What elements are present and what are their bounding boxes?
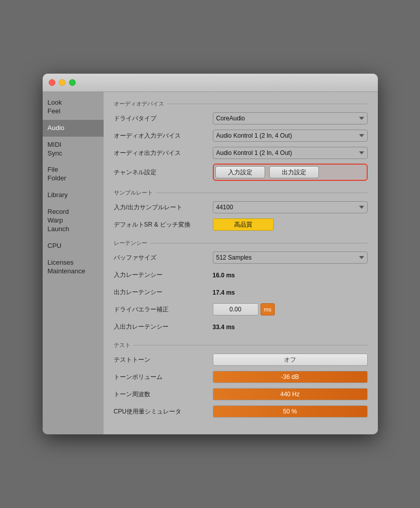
- control-test-1: -36 dB: [213, 371, 368, 383]
- label-audio_device-1: オーディオ入力デバイス: [114, 132, 213, 140]
- label-test-1: トーンボリューム: [114, 373, 213, 382]
- minimize-button[interactable]: [59, 79, 66, 86]
- row-latency-4: 入出力レーテンシー33.4 ms: [114, 320, 368, 333]
- sidebar-item-audio[interactable]: Audio: [43, 120, 104, 137]
- titlebar: [43, 74, 378, 92]
- section-header-sample_rate: サンプルレート: [114, 189, 368, 197]
- close-button[interactable]: [49, 79, 55, 86]
- ms-badge: ms: [261, 303, 275, 315]
- control-audio_device-0: CoreAudioASIO: [213, 112, 368, 124]
- sidebar-item-library[interactable]: Library: [43, 187, 104, 204]
- label-latency-2: 出力レーテンシー: [114, 288, 213, 297]
- control-latency-2: 17.4 ms: [213, 288, 368, 297]
- row-test-0: テストトーンオフ: [114, 353, 368, 366]
- driver-error-input[interactable]: [213, 303, 259, 315]
- sidebar: Look FeelAudioMIDI SyncFile FolderLibrar…: [43, 92, 104, 434]
- sidebar-item-look-feel[interactable]: Look Feel: [43, 94, 104, 120]
- select-audio_device-1[interactable]: Audio Kontrol 1 (2 In, 4 Out): [213, 130, 368, 142]
- label-test-2: トーン周波数: [114, 390, 213, 399]
- control-audio_device-1: Audio Kontrol 1 (2 In, 4 Out): [213, 130, 368, 142]
- output-settings-button[interactable]: 出力設定: [269, 166, 319, 178]
- sidebar-item-file-folder[interactable]: File Folder: [43, 162, 104, 187]
- row-latency-2: 出力レーテンシー17.4 ms: [114, 285, 368, 299]
- row-latency-3: ドライバエラー補正ms: [114, 303, 368, 316]
- row-audio_device-0: ドライバタイプCoreAudioASIO: [114, 112, 368, 125]
- orange-value-test-3[interactable]: 50 %: [213, 405, 368, 418]
- control-audio_device-3: 入力設定出力設定: [213, 164, 368, 181]
- control-latency-0: 128 Samples256 Samples512 Samples1024 Sa…: [213, 251, 368, 264]
- section-header-audio_device: オーディオデバイス: [114, 100, 368, 108]
- control-latency-1: 16.0 ms: [213, 270, 368, 279]
- value-text-latency-2: 17.4 ms: [213, 289, 235, 296]
- maximize-button[interactable]: [69, 79, 76, 86]
- select-sample_rate-0[interactable]: 441004800096000: [213, 201, 368, 213]
- row-audio_device-3: チャンネル設定入力設定出力設定: [114, 164, 368, 181]
- control-audio_device-2: Audio Kontrol 1 (2 In, 4 Out): [213, 147, 368, 159]
- control-sample_rate-0: 441004800096000: [213, 201, 368, 213]
- section-header-test: テスト: [114, 341, 368, 349]
- row-sample_rate-1: デフォルトSR & ピッチ変換高品質: [114, 218, 368, 231]
- section-header-latency: レーテンシー: [114, 239, 368, 247]
- input-settings-button[interactable]: 入力設定: [215, 166, 265, 178]
- label-test-0: テストトーン: [114, 356, 213, 364]
- orange-value-test-1[interactable]: -36 dB: [213, 371, 368, 383]
- row-latency-0: バッファサイズ128 Samples256 Samples512 Samples…: [114, 251, 368, 264]
- section-audio_device: オーディオデバイスドライバタイプCoreAudioASIOオーディオ入力デバイス…: [114, 100, 368, 181]
- sidebar-item-cpu[interactable]: CPU: [43, 238, 104, 255]
- test-tone-button[interactable]: オフ: [213, 354, 368, 366]
- row-sample_rate-0: 入力/出力サンプルレート441004800096000: [114, 201, 368, 214]
- section-sample_rate: サンプルレート入力/出力サンプルレート441004800096000デフォルトS…: [114, 189, 368, 231]
- sidebar-item-record-warp-launch[interactable]: Record Warp Launch: [43, 204, 104, 238]
- label-test-3: CPU使用量シミュレータ: [114, 407, 213, 416]
- label-latency-4: 入出力レーテンシー: [114, 323, 213, 331]
- label-sample_rate-0: 入力/出力サンプルレート: [114, 203, 213, 212]
- row-test-1: トーンボリューム-36 dB: [114, 370, 368, 384]
- label-sample_rate-1: デフォルトSR & ピッチ変換: [114, 220, 213, 229]
- label-audio_device-0: ドライバタイプ: [114, 114, 213, 123]
- label-audio_device-3: チャンネル設定: [114, 168, 213, 177]
- select-latency-0[interactable]: 128 Samples256 Samples512 Samples1024 Sa…: [213, 251, 368, 264]
- row-audio_device-1: オーディオ入力デバイスAudio Kontrol 1 (2 In, 4 Out): [114, 129, 368, 142]
- sidebar-item-midi-sync[interactable]: MIDI Sync: [43, 137, 104, 162]
- traffic-lights: [49, 79, 76, 86]
- value-text-latency-1: 16.0 ms: [213, 272, 235, 279]
- label-latency-3: ドライバエラー補正: [114, 305, 213, 314]
- control-test-2: 440 Hz: [213, 388, 368, 400]
- sidebar-item-licenses-maintenance[interactable]: Licenses Maintenance: [43, 255, 104, 280]
- quality-button[interactable]: 高品質: [213, 218, 274, 231]
- label-latency-1: 入力レーテンシー: [114, 271, 213, 279]
- control-latency-4: 33.4 ms: [213, 322, 368, 331]
- label-latency-0: バッファサイズ: [114, 253, 213, 262]
- orange-value-test-2[interactable]: 440 Hz: [213, 388, 368, 400]
- section-latency: レーテンシーバッファサイズ128 Samples256 Samples512 S…: [114, 239, 368, 333]
- row-latency-1: 入力レーテンシー16.0 ms: [114, 268, 368, 281]
- control-sample_rate-1: 高品質: [213, 218, 368, 231]
- select-audio_device-0[interactable]: CoreAudioASIO: [213, 112, 368, 124]
- content-area: Look FeelAudioMIDI SyncFile FolderLibrar…: [43, 92, 378, 434]
- section-test: テストテストトーンオフトーンボリューム-36 dBトーン周波数440 HzCPU…: [114, 341, 368, 418]
- value-text-latency-4: 33.4 ms: [213, 324, 235, 331]
- preferences-window: Look FeelAudioMIDI SyncFile FolderLibrar…: [43, 74, 378, 434]
- main-panel: オーディオデバイスドライバタイプCoreAudioASIOオーディオ入力デバイス…: [104, 92, 378, 434]
- control-test-0: オフ: [213, 354, 368, 366]
- row-test-2: トーン周波数440 Hz: [114, 388, 368, 401]
- row-test-3: CPU使用量シミュレータ50 %: [114, 405, 368, 418]
- channel-buttons: 入力設定出力設定: [213, 164, 368, 181]
- label-audio_device-2: オーディオ出力デバイス: [114, 149, 213, 157]
- select-audio_device-2[interactable]: Audio Kontrol 1 (2 In, 4 Out): [213, 147, 368, 159]
- control-latency-3: ms: [213, 303, 368, 315]
- control-test-3: 50 %: [213, 405, 368, 418]
- row-audio_device-2: オーディオ出力デバイスAudio Kontrol 1 (2 In, 4 Out): [114, 146, 368, 160]
